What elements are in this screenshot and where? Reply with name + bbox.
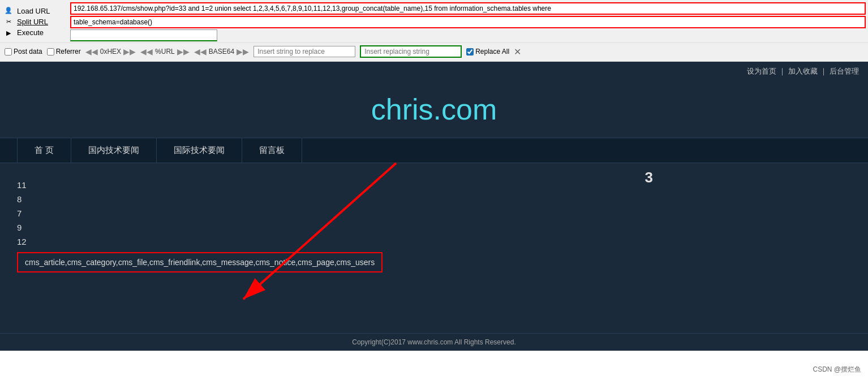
- 0xhex-label: 0xHEX: [98, 47, 123, 56]
- play-icon: ▶: [3, 28, 14, 39]
- execute-row: [70, 29, 866, 41]
- url-right-arrow: ▶▶: [177, 47, 190, 56]
- 0xhex-encode-btn[interactable]: ◀◀ 0xHEX ▶▶: [85, 47, 136, 56]
- url-encode-btn[interactable]: ◀◀ %URL ▶▶: [140, 47, 190, 56]
- replace-all-checkbox[interactable]: [466, 48, 474, 56]
- 0xhex-left-arrow: ◀◀: [85, 47, 98, 56]
- toolbar: 👤 ✂ ▶ Load URL Split URL Execute Po: [0, 0, 868, 62]
- number-8: 8: [17, 194, 851, 204]
- split-url-input[interactable]: [70, 16, 866, 28]
- nav-item-guestbook[interactable]: 留言板: [242, 138, 302, 163]
- split-url-label[interactable]: Split URL: [17, 16, 68, 27]
- scissors-icon: ✂: [3, 16, 14, 28]
- nav-bar: 首 页 国内技术要闻 国际技术要闻 留言板: [0, 138, 868, 163]
- side-icons: 👤 ✂ ▶: [2, 5, 15, 39]
- number-7: 7: [17, 208, 851, 218]
- replace-all-text: Replace All: [475, 48, 509, 56]
- referrer-label: Referrer: [56, 48, 81, 56]
- url-encode-label: %URL: [153, 47, 177, 56]
- post-data-checkbox[interactable]: [5, 48, 12, 56]
- number-9: 9: [17, 223, 851, 232]
- number-3: 3: [645, 169, 653, 186]
- nav-labels: Load URL Split URL Execute: [17, 6, 68, 38]
- url-row: [70, 2, 866, 15]
- toolbar-row2: Post data Referrer ◀◀ 0xHEX ▶▶ ◀◀ %URL ▶…: [0, 42, 868, 60]
- 0xhex-right-arrow: ▶▶: [123, 47, 136, 56]
- top-link-admin[interactable]: 后台管理: [830, 66, 859, 76]
- execute-label[interactable]: Execute: [17, 27, 68, 38]
- url-input-area: [70, 2, 866, 41]
- split-row: [70, 16, 866, 28]
- nav-item-international[interactable]: 国际技术要闻: [157, 138, 242, 163]
- number-list: 11 8 7 9 12: [17, 180, 851, 246]
- site-title-area: chris.com: [0, 81, 868, 138]
- load-url-label[interactable]: Load URL: [17, 6, 68, 16]
- number-12: 12: [17, 237, 851, 246]
- base64-label: BASE64: [207, 47, 236, 56]
- nav-item-home[interactable]: 首 页: [17, 138, 71, 163]
- result-box: cms_article,cms_category,cms_file,cms_fr…: [17, 252, 383, 272]
- person-icon: 👤: [3, 5, 14, 16]
- url-input[interactable]: [70, 2, 866, 15]
- base64-left-arrow: ◀◀: [194, 47, 207, 56]
- post-data-label: Post data: [14, 48, 42, 56]
- top-links: 设为首页 ｜ 加入收藏 ｜ 后台管理: [0, 62, 868, 81]
- footer-text: Copyright(C)2017 www.chris.com All Right…: [352, 338, 515, 346]
- top-link-home[interactable]: 设为首页: [747, 66, 776, 76]
- execute-input[interactable]: [70, 29, 217, 41]
- top-link-bookmark[interactable]: 加入收藏: [788, 66, 818, 76]
- replace-all-label[interactable]: Replace All: [466, 48, 509, 56]
- footer: Copyright(C)2017 www.chris.com All Right…: [0, 333, 868, 351]
- insert-replacing-string[interactable]: [360, 45, 462, 58]
- site-title: chris.com: [371, 92, 497, 126]
- number-11: 11: [17, 180, 851, 190]
- referrer-checkbox-label[interactable]: Referrer: [47, 48, 81, 56]
- url-left-arrow: ◀◀: [140, 47, 153, 56]
- insert-string-to-replace[interactable]: [253, 46, 355, 57]
- main-content: 设为首页 ｜ 加入收藏 ｜ 后台管理 chris.com 首 页 国内技术要闻 …: [0, 62, 868, 351]
- content-section: 3 11 8 7 9 12 cms_article,cms_category,c…: [0, 163, 868, 333]
- post-data-checkbox-label[interactable]: Post data: [5, 48, 42, 56]
- nav-item-domestic[interactable]: 国内技术要闻: [71, 138, 157, 163]
- toolbar-row1: 👤 ✂ ▶ Load URL Split URL Execute: [0, 1, 868, 42]
- referrer-checkbox[interactable]: [47, 48, 54, 56]
- base64-right-arrow: ▶▶: [237, 47, 249, 56]
- base64-encode-btn[interactable]: ◀◀ BASE64 ▶▶: [194, 47, 249, 56]
- close-icon[interactable]: ✕: [514, 46, 521, 57]
